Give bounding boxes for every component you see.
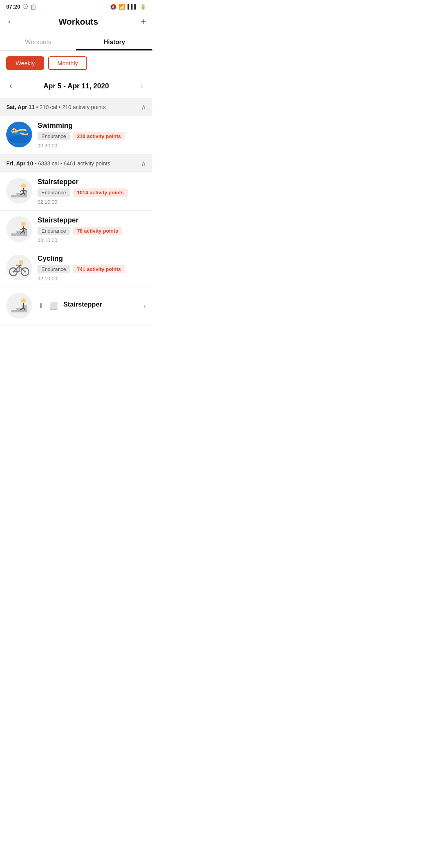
workout-info-swimming: Swimming Endurance 210 activity points 0… [38,122,146,149]
page-title: Workouts [59,17,98,27]
filter-row: Weekly Monthly [0,51,152,75]
signal-icon: ▌▌▌ [127,4,138,9]
activity-points-tag: 1014 activity points [73,188,128,197]
workout-card-cycling[interactable]: Cycling Endurance 741 activity points 02… [0,249,152,287]
workout-info-cycling: Cycling Endurance 741 activity points 02… [38,255,146,282]
status-left: 07:20 ⓘ 📋 [6,3,36,10]
weekly-filter-button[interactable]: Weekly [6,56,44,70]
back-button[interactable]: ← [6,16,16,28]
svg-point-45 [21,298,26,303]
workout-info-stairstepper-1: Stairstepper Endurance 1014 activity poi… [38,178,146,205]
battery-icon: 🔋 [140,4,146,10]
svg-point-9 [21,183,26,188]
date-range-label: Apr 5 - Apr 11, 2020 [43,82,109,90]
partial-workout-name: Stairstepper [63,301,102,308]
wifi-icon: 📶 [119,4,125,10]
svg-point-0 [6,122,32,147]
workout-name: Stairstepper [38,178,146,186]
endurance-tag: Endurance [38,227,70,235]
activity-points-tag: 210 activity points [73,132,125,140]
workout-card-stairstepper-1[interactable]: Stairstepper Endurance 1014 activity poi… [0,172,152,211]
partial-workout-card[interactable]: ⏸ ⬜ Stairstepper ‹ [0,287,152,325]
workout-card-stairstepper-2[interactable]: Stairstepper Endurance 78 activity point… [0,211,152,249]
workout-name: Swimming [38,122,146,130]
endurance-tag: Endurance [38,188,70,197]
partial-back-arrow[interactable]: ‹ [143,301,146,310]
svg-rect-16 [11,233,16,236]
svg-point-19 [21,222,26,226]
clipboard-icon: 📋 [30,4,36,10]
workout-duration: 00:10:00 [38,237,146,243]
tab-history[interactable]: History [76,33,152,50]
svg-point-3 [12,130,14,132]
mute-icon: 🔇 [110,4,116,10]
add-button[interactable]: + [140,16,146,28]
svg-point-4 [14,129,16,131]
workout-info-stairstepper-2: Stairstepper Endurance 78 activity point… [38,216,146,243]
tab-workouts[interactable]: Workouts [0,33,76,50]
workout-avatar-cycling [6,255,32,280]
svg-point-5 [6,178,32,204]
chevron-up-icon: ∧ [141,103,146,111]
activity-points-tag: 741 activity points [73,265,125,273]
endurance-tag: Endurance [38,265,70,273]
workout-duration: 00:30:00 [38,143,146,149]
workout-duration: 02:10:00 [38,276,146,282]
workout-duration: 02:10:00 [38,199,146,205]
svg-point-1 [8,135,30,143]
workout-tags: Endurance 1014 activity points [38,188,146,197]
day-section-fri-apr10[interactable]: Fri, Apr 10 • 6333 cal • 6461 activity p… [0,154,152,172]
app-header: ← Workouts + [0,12,152,33]
workout-avatar-stairstepper-1 [6,178,32,204]
workout-card-swimming[interactable]: Swimming Endurance 210 activity points 0… [0,116,152,154]
day-section-sat-apr11[interactable]: Sat, Apr 11 • 210 cal • 210 activity poi… [0,98,152,116]
pause-icon[interactable]: ⏸ [38,302,45,310]
workout-avatar-swimming [6,122,32,147]
workout-tags: Endurance 210 activity points [38,132,146,140]
status-bar: 07:20 ⓘ 📋 🔇 📶 ▌▌▌ 🔋 [0,0,152,12]
endurance-tag: Endurance [38,132,70,140]
svg-point-38 [19,260,23,265]
date-nav: ‹ Apr 5 - Apr 11, 2020 › [0,75,152,98]
workout-name: Stairstepper [38,216,146,224]
activity-points-tag: 78 activity points [73,227,122,235]
workout-avatar-stairstepper-2 [6,216,32,242]
workout-tags: Endurance 78 activity points [38,227,146,235]
chevron-up-icon-fri: ∧ [141,159,146,168]
monthly-filter-button[interactable]: Monthly [48,56,88,70]
prev-date-button[interactable]: ‹ [6,79,15,93]
svg-point-41 [6,293,32,319]
svg-rect-42 [11,310,16,312]
day-header-text: Sat, Apr 11 • 210 cal • 210 activity poi… [6,104,106,110]
workout-tags: Endurance 741 activity points [38,265,146,273]
tab-bar: Workouts History [0,33,152,51]
workout-name: Cycling [38,255,146,263]
next-date-button[interactable]: › [137,79,146,93]
stop-icon[interactable]: ⬜ [49,301,58,310]
workout-avatar-stairstepper-partial [6,293,32,319]
svg-point-15 [6,216,32,242]
partial-icons: ⏸ ⬜ [38,301,58,310]
status-right: 🔇 📶 ▌▌▌ 🔋 [110,4,146,10]
svg-rect-6 [11,195,16,197]
day-header-text-fri: Fri, Apr 10 • 6333 cal • 6461 activity p… [6,160,110,167]
status-time: 07:20 [6,4,20,10]
info-icon: ⓘ [23,3,28,10]
